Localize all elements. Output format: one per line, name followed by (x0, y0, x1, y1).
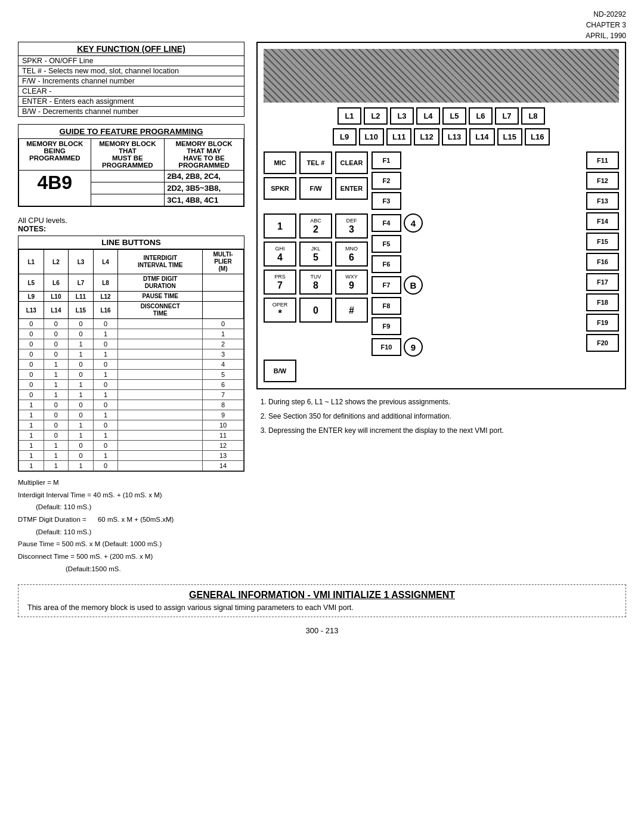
l-btn-l2[interactable]: L2 (364, 107, 388, 125)
l-btn-l5[interactable]: L5 (442, 107, 466, 125)
lb-cell-5-3: 1 (93, 370, 118, 380)
f9-button[interactable]: F9 (371, 317, 401, 335)
general-info-box: GENERAL INFORMATION - VMI INITIALIZE 1 A… (18, 584, 626, 617)
lb-cell-1-0: 0 (19, 329, 44, 339)
lb-cell-8-0: 1 (19, 400, 44, 410)
l-btn-l16[interactable]: L16 (525, 128, 550, 145)
f3-button[interactable]: F3 (371, 192, 401, 210)
lb-multi-2: 2 (203, 339, 244, 349)
l-btn-l10[interactable]: L10 (359, 128, 384, 145)
digit-1-button[interactable]: 1 (264, 213, 296, 239)
digit-0-button[interactable]: 0 (299, 298, 332, 323)
lb-interval-7 (118, 390, 203, 400)
lbh-interdigit: INTERDIGITINTERVAL TIME (118, 250, 203, 274)
lb-cell-4-2: 0 (69, 360, 94, 370)
lb-cell-5-1: 1 (44, 370, 69, 380)
header-line2: CHAPTER 3 (586, 20, 626, 30)
general-info-text: This area of the memory block is used to… (27, 603, 617, 612)
guide-val2: 2D2, 3B5~3B8, (165, 182, 244, 194)
lbh-l9: L9 (19, 292, 44, 302)
timing-disconnect: Disconnect Time = 500 mS. + (200 mS. x M… (18, 550, 244, 563)
l-btn-l4[interactable]: L4 (416, 107, 440, 125)
mic-button[interactable]: MIC (264, 151, 296, 174)
f11-button[interactable]: F11 (586, 151, 619, 169)
lb-cell-14-1: 1 (44, 461, 69, 471)
lb-interval-6 (118, 380, 203, 390)
l-btn-l3[interactable]: L3 (390, 107, 414, 125)
lb-cell-4-1: 1 (44, 360, 69, 370)
lb-cell-14-2: 1 (69, 461, 94, 471)
lb-cell-13-2: 0 (69, 451, 94, 461)
l-btn-l11[interactable]: L11 (386, 128, 411, 145)
general-info-title: GENERAL INFORMATION - VMI INITIALIZE 1 A… (27, 590, 617, 600)
l-btn-l12[interactable]: L12 (414, 128, 439, 145)
lb-cell-10-0: 1 (19, 420, 44, 431)
f18-button[interactable]: F18 (586, 293, 619, 311)
left-column: KEY FUNCTION (OFF LINE) SPKR - ON/OFF Li… (18, 42, 244, 575)
f2-button[interactable]: F2 (371, 172, 401, 190)
f16-button[interactable]: F16 (586, 253, 619, 271)
f17-button[interactable]: F17 (586, 273, 619, 291)
f19-button[interactable]: F19 (586, 314, 619, 332)
key-func-item-0: SPKR - ON/OFF Line (18, 56, 244, 66)
lb-cell-2-3: 0 (93, 339, 118, 349)
digit-6-button[interactable]: MNO 6 (335, 242, 368, 267)
digit-4-button[interactable]: GHI 4 (264, 242, 296, 267)
digit-9-button[interactable]: WXY 9 (335, 270, 368, 295)
fw-button[interactable]: F/W (299, 177, 332, 200)
f1-button[interactable]: F1 (371, 151, 401, 169)
l-btn-l14[interactable]: L14 (469, 128, 494, 145)
header-line1: ND-20292 (586, 9, 626, 20)
l-btn-l13[interactable]: L13 (442, 128, 467, 145)
bw-button[interactable]: B/W (264, 360, 296, 382)
digit-8-button[interactable]: TUV 8 (299, 270, 332, 295)
f10-button[interactable]: F10 (371, 338, 401, 356)
guide-val1: 2B4, 2B8, 2C4, (165, 171, 244, 182)
f7-circle: B (404, 275, 423, 295)
lb-interval-12 (118, 441, 203, 451)
f8-button[interactable]: F8 (371, 297, 401, 315)
f7-button[interactable]: F7 (371, 276, 401, 294)
guide-table: MEMORY BLOCK BEING PROGRAMMED MEMORY BLO… (18, 138, 244, 206)
lb-cell-5-0: 0 (19, 370, 44, 380)
lb-cell-11-1: 0 (44, 431, 69, 441)
l-btn-l6[interactable]: L6 (469, 107, 493, 125)
l-buttons-bottom-row: L9 L10 L11 L12 L13 L14 L15 L16 (264, 128, 619, 145)
lbh-l5: L5 (19, 274, 44, 292)
f15-button[interactable]: F15 (586, 233, 619, 250)
l-btn-l1[interactable]: L1 (338, 107, 361, 125)
digit-7-button[interactable]: PRS 7 (264, 270, 296, 295)
lbh-disconnect: DISCONNECTTIME (118, 302, 203, 319)
clear-button[interactable]: CLEAR (335, 151, 368, 174)
f13-button[interactable]: F13 (586, 192, 619, 210)
hash-button[interactable]: # (335, 298, 368, 323)
spkr-button[interactable]: SPKR (264, 177, 296, 200)
l-btn-l8[interactable]: L8 (521, 107, 545, 125)
lbh-l10: L10 (44, 292, 69, 302)
lbh-l16: L16 (93, 302, 118, 319)
f14-button[interactable]: F14 (586, 212, 619, 230)
star-button[interactable]: OPER * (264, 298, 296, 323)
l-btn-l7[interactable]: L7 (495, 107, 519, 125)
f5-button[interactable]: F5 (371, 235, 401, 253)
lb-interval-11 (118, 431, 203, 441)
header-info: ND-20292 CHAPTER 3 APRIL, 1990 (586, 9, 626, 41)
f6-button[interactable]: F6 (371, 255, 401, 273)
lb-multi-0: 0 (203, 319, 244, 329)
digit-3-button[interactable]: DEF 3 (335, 213, 368, 239)
key-func-item-3: CLEAR - (18, 86, 244, 97)
notes-label: NOTES: (18, 225, 244, 233)
l-btn-l9[interactable]: L9 (333, 128, 357, 145)
f20-button[interactable]: F20 (586, 334, 619, 352)
lb-cell-7-3: 1 (93, 390, 118, 400)
lb-cell-8-3: 0 (93, 400, 118, 410)
enter-button[interactable]: ENTER (335, 177, 368, 200)
f12-button[interactable]: F12 (586, 172, 619, 190)
timing-interdigit-default: (Default: 110 mS.) (18, 501, 244, 513)
tel-hash-button[interactable]: TEL # (299, 151, 332, 174)
f4-button[interactable]: F4 (371, 214, 401, 232)
digit-2-button[interactable]: ABC 2 (299, 213, 332, 239)
digit-5-button[interactable]: JKL 5 (299, 242, 332, 267)
l-btn-l15[interactable]: L15 (497, 128, 522, 145)
lbh-l7: L7 (69, 274, 94, 292)
